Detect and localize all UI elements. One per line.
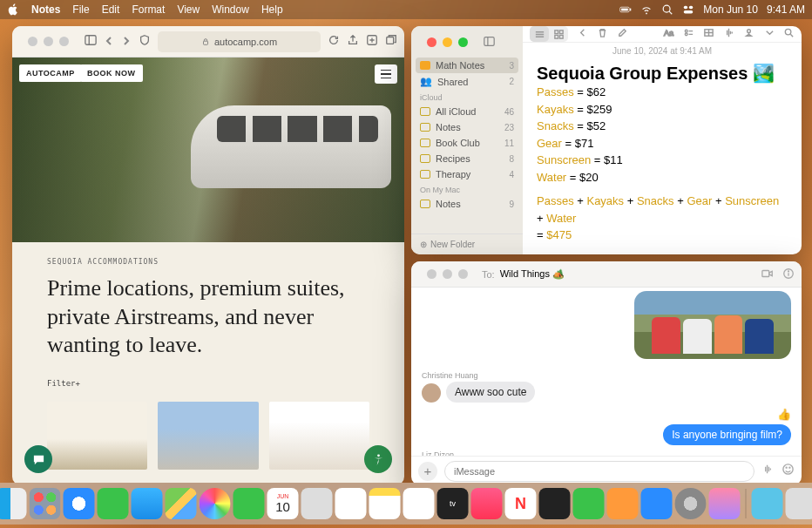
menu-help[interactable]: Help xyxy=(261,3,283,16)
chat-fab[interactable] xyxy=(24,445,52,473)
checklist-icon[interactable] xyxy=(683,26,694,42)
media-icon[interactable] xyxy=(723,26,734,42)
menu-edit[interactable]: Edit xyxy=(102,3,120,16)
to-field[interactable]: Wild Things 🏕️ xyxy=(500,268,565,280)
window-controls[interactable] xyxy=(19,37,78,46)
apple-menu-icon[interactable] xyxy=(7,3,19,16)
sidebar-toggle-icon[interactable] xyxy=(484,36,495,49)
menu-format[interactable]: Format xyxy=(132,3,165,16)
tabs-icon[interactable] xyxy=(385,34,397,50)
add-attachment-button[interactable]: + xyxy=(418,462,437,481)
folder-notes[interactable]: Notes23 xyxy=(411,119,523,135)
control-center-icon[interactable] xyxy=(682,3,694,16)
dock-numbers[interactable] xyxy=(573,488,605,519)
forward-button[interactable] xyxy=(121,34,132,50)
dock-music[interactable] xyxy=(471,488,503,519)
menubar-date[interactable]: Mon Jun 10 xyxy=(703,3,758,16)
dock-settings[interactable] xyxy=(675,488,707,519)
dock-freeform[interactable] xyxy=(403,488,435,519)
message-input[interactable] xyxy=(444,461,754,482)
dock-appstore[interactable] xyxy=(641,488,673,519)
dock-facetime[interactable] xyxy=(233,488,265,519)
audio-icon[interactable] xyxy=(761,463,775,479)
emoji-icon[interactable] xyxy=(782,463,795,479)
compose-icon[interactable] xyxy=(617,26,628,42)
dock-calendar[interactable]: JUN10 xyxy=(267,488,299,519)
avatar[interactable] xyxy=(422,383,441,403)
folder-onmac-notes[interactable]: Notes9 xyxy=(411,196,523,212)
site-logo[interactable]: AUTOCAMP xyxy=(19,64,82,82)
svg-rect-22 xyxy=(559,30,563,33)
svg-rect-7 xyxy=(684,10,694,14)
dock-safari[interactable] xyxy=(64,488,95,519)
window-controls[interactable] xyxy=(418,269,477,279)
shield-icon[interactable] xyxy=(139,34,151,50)
dock-messages[interactable] xyxy=(98,488,129,519)
new-folder-button[interactable]: ⊕New Folder xyxy=(411,234,523,254)
dock-launchpad[interactable] xyxy=(30,488,61,519)
thumb-1[interactable] xyxy=(47,402,147,470)
battery-icon[interactable] xyxy=(619,3,632,16)
dock-notes[interactable] xyxy=(369,488,401,519)
svg-rect-10 xyxy=(203,41,207,44)
grid-view-icon xyxy=(549,26,568,42)
thumb-3[interactable] xyxy=(269,402,369,470)
svg-point-38 xyxy=(748,30,751,33)
svg-rect-8 xyxy=(85,35,96,44)
menu-file[interactable]: File xyxy=(72,3,89,16)
dock-trash[interactable] xyxy=(786,488,813,519)
dock-photos[interactable] xyxy=(200,488,231,519)
format-icon[interactable]: Aa xyxy=(663,26,674,42)
dock-contacts[interactable] xyxy=(301,488,333,519)
dock-tv[interactable]: tv xyxy=(437,488,469,519)
sidebar-icon[interactable] xyxy=(85,34,97,50)
dock-pages[interactable] xyxy=(607,488,639,519)
accessibility-fab[interactable] xyxy=(364,445,392,473)
table-icon[interactable] xyxy=(703,26,714,42)
folder-therapy[interactable]: Therapy4 xyxy=(411,166,523,182)
filter-link[interactable]: Filter+ xyxy=(47,379,369,388)
dock-mail[interactable] xyxy=(132,488,163,519)
hamburger-menu[interactable] xyxy=(375,64,397,84)
menubar-time[interactable]: 9:41 AM xyxy=(767,3,805,16)
folder-book-club[interactable]: Book Club11 xyxy=(411,135,523,151)
dock-reminders[interactable] xyxy=(335,488,367,519)
view-toggle[interactable] xyxy=(530,26,568,42)
wifi-icon[interactable] xyxy=(640,3,653,16)
dock-finder[interactable] xyxy=(0,488,27,519)
msg-ch[interactable]: Awww soo cute xyxy=(446,382,535,403)
window-controls[interactable] xyxy=(418,37,477,47)
link-icon[interactable] xyxy=(743,26,754,42)
dock-iphone[interactable] xyxy=(709,488,741,519)
back-button[interactable] xyxy=(104,34,114,50)
svg-point-15 xyxy=(377,454,380,457)
back-icon[interactable] xyxy=(577,26,588,42)
dock-downloads[interactable] xyxy=(752,488,783,519)
dock-stocks[interactable] xyxy=(539,488,571,519)
menu-view[interactable]: View xyxy=(177,3,200,16)
thumb-2[interactable] xyxy=(158,402,258,470)
new-tab-icon[interactable] xyxy=(366,34,378,50)
more-icon[interactable] xyxy=(763,26,775,42)
note-body[interactable]: Sequoia Group Expenses 🏞️ Passes = $62 K… xyxy=(523,59,802,254)
dock-maps[interactable] xyxy=(166,488,197,519)
folder-all-icloud[interactable]: All iCloud46 xyxy=(411,104,523,119)
spotlight-icon[interactable] xyxy=(661,3,673,16)
folder-recipes[interactable]: Recipes8 xyxy=(411,151,523,166)
photo-attachment[interactable] xyxy=(634,291,791,359)
book-now-button[interactable]: BOOK NOW xyxy=(80,64,143,82)
folder-math-notes[interactable]: Math Notes3 xyxy=(416,58,518,73)
info-icon[interactable] xyxy=(782,267,795,281)
menu-window[interactable]: Window xyxy=(212,3,249,16)
reload-icon[interactable] xyxy=(328,34,340,50)
dock-news[interactable]: N xyxy=(505,488,537,519)
app-name[interactable]: Notes xyxy=(31,3,60,16)
trash-icon[interactable] xyxy=(597,26,608,42)
thumbs-up-reaction[interactable]: 👍 xyxy=(777,408,791,421)
msg-me[interactable]: Is anyone bringing film? xyxy=(663,424,791,445)
search-icon[interactable] xyxy=(783,26,795,42)
facetime-icon[interactable] xyxy=(761,267,774,281)
share-icon[interactable] xyxy=(347,34,359,50)
address-bar[interactable]: autocamp.com xyxy=(158,31,321,52)
folder-shared[interactable]: 👥Shared2 xyxy=(411,73,523,90)
